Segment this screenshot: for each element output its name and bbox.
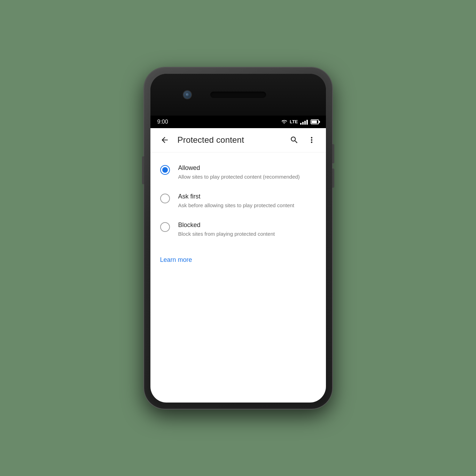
search-button[interactable] [287, 133, 302, 147]
option-ask-first-text: Ask first Ask before allowing sites to p… [178, 193, 316, 209]
options-list: Allowed Allow sites to play protected co… [150, 153, 326, 249]
radio-allowed[interactable] [160, 165, 170, 175]
option-blocked-title: Blocked [178, 221, 316, 229]
speaker [210, 92, 266, 98]
status-time: 9:00 [157, 119, 168, 125]
signal-bar-4 [306, 120, 308, 125]
option-blocked-desc: Block sites from playing protected conte… [178, 230, 316, 237]
radio-ask-first[interactable] [160, 194, 170, 203]
radio-blocked[interactable] [160, 222, 170, 232]
signal-bar-2 [302, 122, 304, 125]
phone-screen: 9:00 LTE [150, 74, 326, 403]
signal-icon [300, 119, 308, 125]
more-options-icon [307, 135, 316, 145]
option-ask-first-desc: Ask before allowing sites to play protec… [178, 202, 316, 209]
signal-bar-3 [304, 121, 306, 125]
back-button[interactable] [157, 133, 172, 147]
option-blocked[interactable]: Blocked Block sites from playing protect… [150, 215, 326, 244]
volume-up-button[interactable] [332, 144, 334, 163]
top-bezel [150, 74, 326, 116]
volume-down-button[interactable] [332, 169, 334, 188]
front-camera [184, 91, 191, 99]
screen-content: Protected content [150, 128, 326, 403]
wifi-icon [281, 119, 288, 125]
search-icon [290, 135, 299, 145]
lte-label: LTE [290, 119, 298, 124]
option-allowed-text: Allowed Allow sites to play protected co… [178, 164, 316, 180]
signal-bar-1 [300, 123, 302, 125]
option-blocked-text: Blocked Block sites from playing protect… [178, 221, 316, 237]
action-icons [287, 133, 319, 147]
option-ask-first[interactable]: Ask first Ask before allowing sites to p… [150, 187, 326, 215]
status-icons: LTE [281, 119, 319, 125]
learn-more-link[interactable]: Learn more [150, 249, 202, 271]
power-button[interactable] [142, 156, 144, 184]
more-options-button[interactable] [304, 133, 319, 147]
back-icon [160, 135, 169, 145]
status-bar: 9:00 LTE [150, 116, 326, 128]
page-title: Protected content [178, 135, 281, 145]
battery-icon [311, 119, 319, 124]
battery-fill [312, 120, 317, 123]
app-bar: Protected content [150, 128, 326, 153]
option-ask-first-title: Ask first [178, 193, 316, 200]
option-allowed-title: Allowed [178, 164, 316, 172]
option-allowed-desc: Allow sites to play protected content (r… [178, 173, 316, 180]
option-allowed[interactable]: Allowed Allow sites to play protected co… [150, 158, 326, 187]
phone-device: 9:00 LTE [144, 68, 332, 409]
